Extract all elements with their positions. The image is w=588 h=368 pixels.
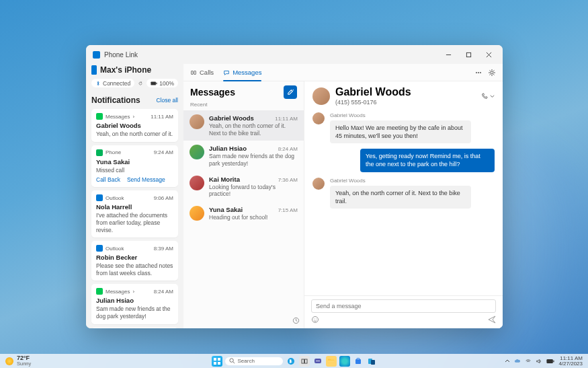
svg-point-27 xyxy=(317,360,319,361)
battery-icon[interactable] xyxy=(546,359,554,364)
emoji-icon[interactable] xyxy=(311,316,319,324)
svg-point-15 xyxy=(316,318,317,319)
send-message-button[interactable]: Send Message xyxy=(127,176,165,183)
edge-icon[interactable] xyxy=(339,356,350,367)
notifications-header: Notifications xyxy=(91,96,140,105)
compose-area xyxy=(304,295,503,328)
messages-tab-icon xyxy=(223,69,230,76)
chevron-down-icon xyxy=(490,94,495,99)
svg-line-21 xyxy=(233,362,234,363)
avatar xyxy=(190,206,204,221)
more-icon[interactable] xyxy=(474,69,482,77)
phone-icon xyxy=(91,65,97,75)
send-icon[interactable] xyxy=(488,316,496,324)
onedrive-icon[interactable] xyxy=(514,358,521,365)
svg-rect-30 xyxy=(355,359,361,364)
notification-card[interactable]: Messages›11:11 AM Gabriel Woods Yeah, on… xyxy=(91,109,178,142)
avatar xyxy=(190,114,204,129)
svg-rect-34 xyxy=(547,359,553,363)
conversation-item[interactable]: Kai Morita7:36 AM Looking forward to tod… xyxy=(183,172,304,202)
conversation-item[interactable]: Julian Hsiao8:24 AM Sam made new friends… xyxy=(183,141,304,171)
svg-rect-17 xyxy=(218,358,220,361)
svg-point-28 xyxy=(319,360,320,361)
svg-point-14 xyxy=(314,318,314,319)
titlebar: Phone Link xyxy=(86,45,503,64)
svg-rect-1 xyxy=(466,52,470,57)
chat-header: Gabriel Woods (415) 555-0176 xyxy=(304,81,503,110)
explorer-icon[interactable] xyxy=(326,356,337,367)
message-input[interactable] xyxy=(311,299,496,313)
close-all-button[interactable]: Close all xyxy=(156,97,178,104)
svg-point-10 xyxy=(480,72,481,73)
settings-icon[interactable] xyxy=(488,69,496,77)
sync-icon[interactable] xyxy=(292,317,300,324)
svg-point-11 xyxy=(491,71,493,74)
chevron-up-icon[interactable] xyxy=(505,359,510,364)
tab-calls[interactable]: Calls xyxy=(190,64,214,81)
conversation-list: Messages Recent Gabriel Woods11:11 AM Ye… xyxy=(183,81,304,328)
clock[interactable]: 11:11 AM 4/27/2023 xyxy=(558,356,583,367)
message-list: Gabriel Woods Hello Max! We are meeting … xyxy=(304,110,503,295)
weather-widget[interactable]: 72°F Sunny xyxy=(5,355,31,367)
window-title: Phone Link xyxy=(104,51,138,59)
svg-rect-6 xyxy=(192,71,194,74)
chat-app-icon[interactable] xyxy=(312,356,323,367)
wifi-icon[interactable] xyxy=(525,358,532,365)
conversation-item[interactable]: Yuna Sakai7:15 AM Heading out for school… xyxy=(183,202,304,225)
start-button[interactable] xyxy=(212,356,222,367)
notification-card[interactable]: Phone9:24 AM Yuna Sakai Missed call Call… xyxy=(91,145,178,188)
outlook-icon xyxy=(96,194,103,201)
messages-icon xyxy=(96,113,103,120)
svg-rect-4 xyxy=(151,81,157,85)
phone-app-icon xyxy=(96,149,103,156)
avatar xyxy=(312,112,325,124)
tab-messages[interactable]: Messages xyxy=(223,64,261,81)
left-panel: Max's iPhone Connected 100% Notification… xyxy=(86,64,183,328)
recent-label: Recent xyxy=(183,100,304,110)
task-view-icon[interactable] xyxy=(299,356,310,367)
phone-link-window: Phone Link Max's iPhone Connected 100% xyxy=(86,45,503,328)
weather-icon xyxy=(5,357,13,365)
refresh-icon[interactable] xyxy=(138,80,142,87)
message-outgoing: Yes, getting ready now! Remind me, is th… xyxy=(312,149,495,172)
message-incoming: Gabriel Woods Hello Max! We are meeting … xyxy=(312,112,495,143)
taskbar: 72°F Sunny Search 11:11 AM 4/27/2023 xyxy=(0,354,588,368)
svg-rect-29 xyxy=(328,361,334,363)
phone-link-taskbar-icon[interactable] xyxy=(366,356,377,367)
conversation-item[interactable]: Gabriel Woods11:11 AM Yeah, on the north… xyxy=(183,110,304,141)
notification-card[interactable]: Messages›8:24 AM Julian Hsiao Sam made n… xyxy=(91,284,178,324)
svg-rect-16 xyxy=(214,358,216,361)
call-button[interactable] xyxy=(480,93,495,100)
app-icon xyxy=(93,51,100,59)
svg-rect-33 xyxy=(371,360,375,365)
svg-rect-5 xyxy=(157,82,157,84)
device-status: Connected 100% xyxy=(91,79,178,93)
store-icon[interactable] xyxy=(353,356,364,367)
avatar xyxy=(312,178,325,190)
notification-card[interactable]: Outlook8:39 AM Robin Becker Please see t… xyxy=(91,241,178,281)
messages-icon xyxy=(96,288,103,295)
avatar xyxy=(190,176,204,190)
notification-card[interactable]: Messages›8:23 AM Julian Hsiao Thanks for… xyxy=(91,328,178,328)
phone-icon xyxy=(480,93,488,100)
tabs: Calls Messages xyxy=(183,64,503,81)
call-back-button[interactable]: Call Back xyxy=(96,176,120,183)
chat-pane: Gabriel Woods (415) 555-0176 Gabrie xyxy=(304,81,503,328)
volume-icon[interactable] xyxy=(536,358,542,365)
new-message-button[interactable] xyxy=(284,85,297,99)
battery-status: 100% xyxy=(146,79,178,87)
maximize-button[interactable] xyxy=(458,45,478,64)
svg-rect-19 xyxy=(218,362,220,365)
taskbar-search[interactable]: Search xyxy=(225,357,283,365)
search-icon xyxy=(229,358,235,364)
svg-point-8 xyxy=(476,72,477,73)
device-name: Max's iPhone xyxy=(100,65,151,75)
device-header: Max's iPhone xyxy=(91,64,178,79)
notification-card[interactable]: Outlook9:06 AM Nola Harrell I've attache… xyxy=(91,190,178,237)
close-button[interactable] xyxy=(478,45,499,64)
svg-rect-23 xyxy=(302,359,304,363)
svg-rect-18 xyxy=(214,362,216,365)
calls-icon xyxy=(190,69,197,76)
minimize-button[interactable] xyxy=(438,45,458,64)
bing-chat-icon[interactable] xyxy=(286,356,296,367)
